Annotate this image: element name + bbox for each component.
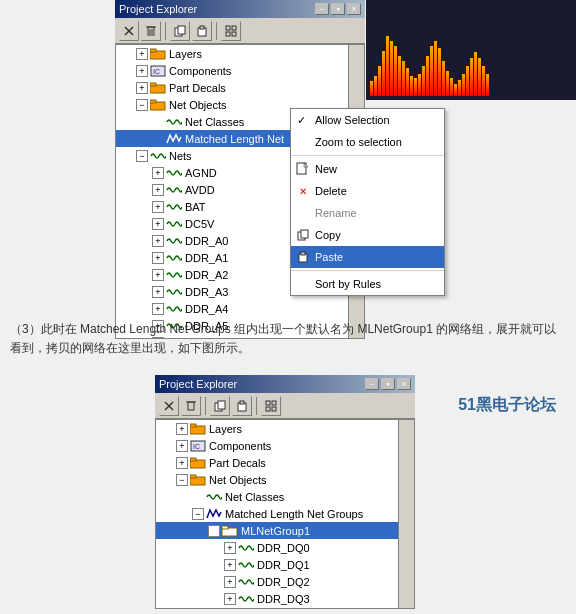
wave-icon [166, 218, 182, 230]
expand-btn-b-mlnetgroup1[interactable]: − [208, 525, 220, 537]
svg-rect-11 [232, 26, 236, 30]
bar-element [450, 78, 453, 96]
expand-btn-b-components[interactable]: + [176, 440, 188, 452]
expand-btn-ddr_a2[interactable]: + [152, 269, 164, 281]
bar-element [454, 84, 457, 96]
tree-label-net-classes: Net Classes [185, 116, 244, 128]
tree-label-b-ddr_dq2: DDR_DQ2 [257, 576, 310, 588]
tree-item-b-matched-length[interactable]: −Matched Length Net Groups [156, 505, 414, 522]
bar-element [482, 66, 485, 96]
expand-btn-components[interactable]: + [136, 65, 148, 77]
b-toolbar-sep-2 [256, 397, 257, 415]
expand-btn-agnd[interactable]: + [152, 167, 164, 179]
bar-element [446, 71, 449, 96]
folder-icon [190, 457, 206, 469]
menu-item-copy[interactable]: Copy [291, 224, 444, 246]
bar-element [486, 74, 489, 96]
expand-btn-part-decals[interactable]: + [136, 82, 148, 94]
menu-item-allow-selection[interactable]: ✓Allow Selection [291, 109, 444, 131]
menu-item-zoom-selection[interactable]: Zoom to selection [291, 131, 444, 153]
b-toolbar-copy[interactable] [210, 396, 230, 416]
expand-btn-bat[interactable]: + [152, 201, 164, 213]
tree-item-b-net-objects[interactable]: −Net Objects [156, 471, 414, 488]
wave-icon [206, 491, 222, 503]
expand-btn-avdd[interactable]: + [152, 184, 164, 196]
tree-item-b-ddr_dq1[interactable]: +DDR_DQ1 [156, 556, 414, 573]
toolbar-copy[interactable] [170, 21, 190, 41]
bottom-titlebar: Project Explorer − ▪ × [155, 375, 415, 393]
minimize-button[interactable]: − [315, 3, 329, 15]
tree-label-agnd: AGND [185, 167, 217, 179]
b-toolbar-paste[interactable] [232, 396, 252, 416]
float-button[interactable]: ▪ [331, 3, 345, 15]
bottom-project-explorer: Project Explorer − ▪ × +Layers+ICCompone… [155, 375, 415, 609]
svg-rect-21 [150, 100, 156, 103]
tree-item-part-decals[interactable]: +Part Decals [116, 79, 364, 96]
tree-item-ddr_a4[interactable]: +DDR_A4 [116, 300, 364, 317]
toolbar-delete[interactable] [141, 21, 161, 41]
expand-btn-ddr_a4[interactable]: + [152, 303, 164, 315]
expand-btn-ddr_a0[interactable]: + [152, 235, 164, 247]
close-button[interactable]: × [347, 3, 361, 15]
expand-btn-b-layers[interactable]: + [176, 423, 188, 435]
tree-item-b-ddr_dq4_[interactable]: ... [156, 607, 414, 609]
expand-btn-b-ddr_dq0[interactable]: + [224, 542, 236, 554]
top-panel-title: Project Explorer [119, 3, 197, 15]
expand-btn-net-objects[interactable]: − [136, 99, 148, 111]
tree-label-ddr_a0: DDR_A0 [185, 235, 228, 247]
tree-label-b-layers: Layers [209, 423, 242, 435]
b-close-button[interactable]: × [397, 378, 411, 390]
svg-rect-63 [222, 526, 228, 529]
expand-btn-b-matched-length[interactable]: − [192, 508, 204, 520]
tree-item-b-layers[interactable]: +Layers [156, 420, 414, 437]
b-toolbar-delete[interactable] [181, 396, 201, 416]
bar-element [370, 81, 373, 96]
menu-item-delete[interactable]: ✕Delete [291, 180, 444, 202]
tree-item-b-part-decals[interactable]: +Part Decals [156, 454, 414, 471]
toolbar-paste[interactable] [192, 21, 212, 41]
menu-item-paste[interactable]: Paste [291, 246, 444, 268]
menu-item-sort-rules[interactable]: Sort by Rules [291, 273, 444, 295]
tree-item-b-mlnetgroup1[interactable]: −MLNetGroup1 [156, 522, 414, 539]
menu-separator [291, 155, 444, 156]
expand-btn-nets[interactable]: − [136, 150, 148, 162]
b-minimize-button[interactable]: − [365, 378, 379, 390]
menu-label-new: New [315, 163, 337, 175]
svg-rect-13 [232, 32, 236, 36]
tree-item-layers[interactable]: +Layers [116, 45, 364, 62]
bar-element [378, 66, 381, 96]
tree-item-b-ddr_dq3[interactable]: +DDR_DQ3 [156, 590, 414, 607]
tree-item-b-components[interactable]: +ICComponents [156, 437, 414, 454]
expand-btn-b-ddr_dq1[interactable]: + [224, 559, 236, 571]
comp-icon: IC [190, 440, 206, 452]
bar-element [410, 76, 413, 96]
expand-btn-b-ddr_dq2[interactable]: + [224, 576, 236, 588]
menu-item-new[interactable]: New [291, 158, 444, 180]
bar-element [466, 66, 469, 96]
bar-element [390, 41, 393, 96]
expand-btn-b-part-decals[interactable]: + [176, 457, 188, 469]
toolbar-expand[interactable] [221, 21, 241, 41]
tree-item-components[interactable]: +ICComponents [116, 62, 364, 79]
expand-btn-layers[interactable]: + [136, 48, 148, 60]
tree-item-b-ddr_dq2[interactable]: +DDR_DQ2 [156, 573, 414, 590]
watermark: 51黑电子论坛 [458, 395, 556, 416]
expand-btn-b-ddr_dq3[interactable]: + [224, 593, 236, 605]
b-toolbar-expand[interactable] [261, 396, 281, 416]
expand-btn-ddr_a3[interactable]: + [152, 286, 164, 298]
expand-btn-ddr_a1[interactable]: + [152, 252, 164, 264]
folder-icon [190, 474, 206, 486]
expand-btn-dc5v[interactable]: + [152, 218, 164, 230]
b-float-button[interactable]: ▪ [381, 378, 395, 390]
tree-item-b-net-classes[interactable]: Net Classes [156, 488, 414, 505]
tree-label-layers: Layers [169, 48, 202, 60]
tree-item-b-ddr_dq0[interactable]: +DDR_DQ0 [156, 539, 414, 556]
bar-element [398, 56, 401, 96]
wave-icon [166, 252, 182, 264]
b-toolbar-cut[interactable] [159, 396, 179, 416]
svg-rect-19 [150, 83, 156, 86]
tree-label-b-ddr_dq1: DDR_DQ1 [257, 559, 310, 571]
expand-btn-b-net-objects[interactable]: − [176, 474, 188, 486]
bottom-scrollbar[interactable] [398, 420, 414, 608]
toolbar-cut[interactable] [119, 21, 139, 41]
